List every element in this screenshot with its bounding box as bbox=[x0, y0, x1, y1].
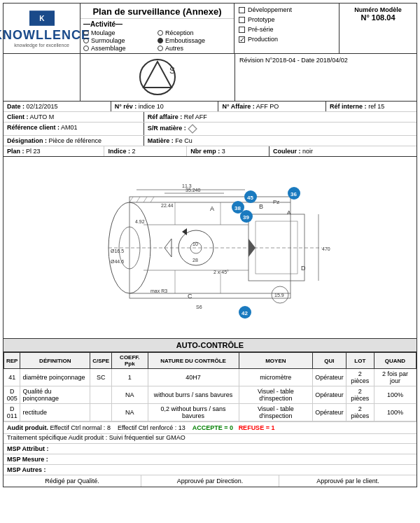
couleur-label: Couleur : bbox=[273, 148, 301, 155]
radio-reception[interactable]: Réception bbox=[158, 29, 231, 36]
row2-coeff: NA bbox=[112, 386, 148, 404]
designation-cell: Désignation : Pièce de référence bbox=[4, 136, 144, 146]
col-quand: QUAND bbox=[374, 353, 416, 369]
msp-autres-row: MSP Autres : bbox=[4, 464, 416, 475]
col-definition: DÉFINITION bbox=[20, 353, 90, 369]
svg-text:S: S bbox=[169, 66, 175, 76]
svg-text:22.44: 22.44 bbox=[161, 203, 174, 208]
ref-interne-label: Réf interne : bbox=[330, 103, 367, 110]
svg-text:45: 45 bbox=[247, 195, 253, 201]
designation-label: Désignation : bbox=[7, 137, 47, 144]
radio-moulage-label: Moulage bbox=[91, 29, 115, 36]
checkbox-developpement-box bbox=[239, 7, 245, 13]
row1-moyen: micromètre bbox=[239, 369, 313, 386]
logo-graphic: K bbox=[29, 10, 55, 27]
svg-text:42: 42 bbox=[241, 310, 248, 316]
msp-autres-label: MSP Autres : bbox=[7, 466, 46, 473]
checkboxes-cell: Développement Prototype Pré-série Produc… bbox=[234, 4, 340, 53]
ref-interne-cell: Réf interne : ref 15 bbox=[326, 102, 416, 111]
svg-text:B: B bbox=[259, 203, 263, 210]
control-table: REP DÉFINITION C/SPE COEFF. Ppk NATURE D… bbox=[4, 352, 416, 421]
radio-autres[interactable]: Autres bbox=[158, 45, 231, 52]
col-qui: QUI bbox=[313, 353, 346, 369]
footer-approuve-client: Approuvé par le client. bbox=[279, 475, 416, 487]
svg-marker-3 bbox=[144, 62, 172, 88]
radio-moulage[interactable]: Moulage bbox=[83, 29, 157, 36]
couleur-cell: Couleur : noir bbox=[270, 146, 416, 156]
indice-label: Indice : bbox=[108, 148, 130, 155]
n-affaire-label: N° Affaire : bbox=[222, 103, 254, 110]
logo-name: KNOWLLENCE bbox=[0, 28, 90, 43]
date-cell: Date : 02/12/2015 bbox=[4, 102, 111, 111]
radio-assemblage-label: Assemblage bbox=[91, 45, 126, 52]
row1-definition: diamètre poinçonnage bbox=[20, 369, 90, 386]
checkbox-production[interactable]: Production bbox=[239, 36, 335, 43]
num-modele-cell: Numéro Modèle N° 108.04 bbox=[340, 4, 416, 53]
svg-text:35.240: 35.240 bbox=[186, 188, 201, 193]
symbol-row: S Révision N°2018-04 - Date 2018/04/02 bbox=[4, 54, 416, 102]
checkbox-pre-serie-box bbox=[239, 27, 245, 33]
radio-assemblage[interactable]: Assemblage bbox=[83, 45, 157, 52]
table-body: 41 diamètre poinçonnage SC 1 40H7 microm… bbox=[4, 369, 416, 421]
checkbox-developpement-label: Développement bbox=[248, 6, 292, 13]
table-row: D 011 rectitude NA 0,2 without burrs / s… bbox=[4, 404, 416, 421]
radio-surmoulage[interactable]: Surmoulage bbox=[83, 37, 157, 44]
activite-grid: Moulage Réception Surmoulage Emboutissag… bbox=[83, 29, 231, 52]
row3-cspe bbox=[90, 404, 112, 421]
ref-client-value: AM01 bbox=[61, 124, 78, 131]
svg-text:K: K bbox=[39, 14, 45, 22]
col-nature: NATURE DU CONTRÔLE bbox=[148, 353, 239, 369]
radio-emboutissage-label: Emboutissage bbox=[165, 37, 205, 44]
svg-rect-6 bbox=[7, 158, 413, 337]
nbr-emp-value: 3 bbox=[222, 148, 225, 155]
audit-accepte: ACCEPTE = 0 bbox=[192, 424, 233, 431]
date-label: Date : bbox=[7, 103, 24, 110]
revision-text: Révision N°2018-04 - Date 2018/04/02 bbox=[239, 57, 348, 64]
svg-text:D: D bbox=[301, 265, 306, 272]
svg-text:Ø44.6: Ø44.6 bbox=[111, 259, 124, 264]
msp-attribut-label: MSP Attribut : bbox=[7, 445, 49, 452]
checkbox-prototype[interactable]: Prototype bbox=[239, 16, 335, 23]
checkbox-prototype-box bbox=[239, 17, 245, 23]
radio-reception-circle bbox=[158, 30, 163, 36]
date-value: 02/12/2015 bbox=[27, 103, 58, 110]
table-row: 41 diamètre poinçonnage SC 1 40H7 microm… bbox=[4, 369, 416, 386]
activite-section: —Activité— Moulage Réception Surmoulage bbox=[80, 19, 234, 53]
plan-cell: Plan : Pl 23 bbox=[4, 146, 104, 156]
audit-effectif-renforce-value: 13 bbox=[178, 424, 186, 431]
n-rev-value: indice 10 bbox=[139, 103, 164, 110]
footer-row: Rédigé par Qualité. Approuvé par Directi… bbox=[4, 475, 416, 487]
row2-rep: D 005 bbox=[4, 386, 20, 404]
checkbox-production-label: Production bbox=[248, 36, 278, 43]
msp-mesure-label: MSP Mesure : bbox=[7, 456, 48, 463]
checkbox-prototype-label: Prototype bbox=[248, 16, 275, 23]
audit-effectif-normal-label: Effectif Ctrl normal : bbox=[50, 424, 106, 431]
ref-affaire-label: Réf affaire : bbox=[148, 113, 183, 120]
ref-affaire-cell: Réf affaire : Ref AFF bbox=[144, 112, 416, 122]
table-title: AUTO-CONTRÔLE bbox=[4, 339, 416, 352]
designation-value: Pièce de référence bbox=[49, 137, 102, 144]
sr-matiere-label: S/R matière : bbox=[148, 125, 186, 132]
row1-coeff: 1 bbox=[112, 369, 148, 386]
client-label: Client : bbox=[7, 113, 29, 120]
row2-definition: Qualité du poinçonnage bbox=[20, 386, 90, 404]
matiere-value: Fe Cu bbox=[175, 137, 192, 144]
row3-definition: rectitude bbox=[20, 404, 90, 421]
table-header-row: REP DÉFINITION C/SPE COEFF. Ppk NATURE D… bbox=[4, 353, 416, 369]
checkbox-production-box bbox=[239, 36, 245, 43]
radio-emboutissage[interactable]: Emboutissage bbox=[158, 37, 231, 44]
ref-interne-value: ref 15 bbox=[368, 103, 384, 110]
logo-cell: K KNOWLLENCE knowledge for excellence bbox=[4, 4, 80, 53]
radio-assemblage-circle bbox=[83, 46, 89, 51]
triangle-symbol: S bbox=[133, 58, 182, 97]
msp-attribut-row: MSP Attribut : bbox=[4, 443, 416, 454]
radio-autres-circle bbox=[158, 46, 163, 51]
logo-sub: knowledge for excellence bbox=[14, 43, 69, 48]
svg-text:max R3: max R3 bbox=[150, 288, 167, 293]
col-rep: REP bbox=[4, 353, 20, 369]
radio-autres-label: Autres bbox=[165, 45, 183, 52]
audit-effectif-renforce-label: Effectif Ctrl renforcé : bbox=[118, 424, 176, 431]
info-row-3: Référence client : AM01 S/R matière : bbox=[4, 123, 416, 136]
checkbox-developpement[interactable]: Développement bbox=[239, 6, 335, 13]
checkbox-pre-serie[interactable]: Pré-série bbox=[239, 26, 335, 33]
